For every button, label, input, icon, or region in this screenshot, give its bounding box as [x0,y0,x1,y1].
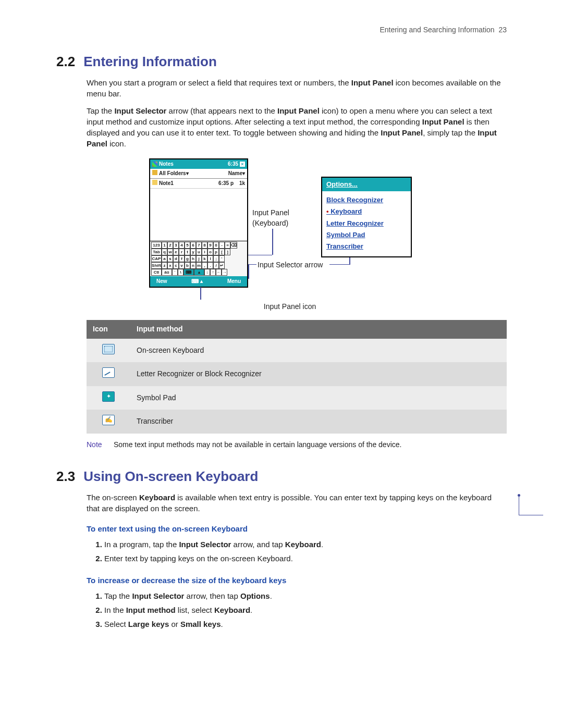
section-2-2-heading: 2.2 Entering Information [56,52,507,71]
key: n [190,262,196,269]
close-icon: × [240,162,245,167]
key: / [213,262,219,269]
table-row: Letter Recognizer or Block Recognizer [87,362,507,386]
input-panel-icon-bar: ⌨ ▴ [191,278,203,285]
key: 123 [151,242,162,249]
step: Tap the Input Selector arrow, then tap O… [104,589,507,603]
note-icon [152,180,157,185]
softkey-menu: Menu [227,278,241,285]
method-label: On-screen Keyboard [130,339,507,363]
callout-input-panel-keyboard: Input Panel (Keyboard) [252,208,289,228]
key: ↑ [210,269,216,276]
key: 7 [196,242,202,249]
key: b [185,262,190,269]
key: ⌨ [183,269,194,276]
menu-item: Keyboard [326,206,407,217]
key: w [167,249,173,255]
key: 8 [202,242,207,249]
key: 3 [173,242,179,249]
subhead-enter-text: To enter text using the on-screen Keyboa… [87,523,507,534]
key: , [202,262,207,269]
menu-item: Block Recognizer [326,194,407,206]
steps-enter-text: In a program, tap the Input Selector arr… [104,537,507,565]
s22-paragraph-2: Tap the Input Selector arrow (that appea… [87,105,507,149]
menu-options: Options... [322,178,411,191]
key: l [207,255,213,262]
menu-item: Letter Recognizer [326,218,407,229]
key: Tab [151,249,162,255]
key: 0 [213,242,219,249]
section-2-2-title: Entering Information [83,52,217,71]
method-label: Transcriber [130,410,507,434]
key: 4 [179,242,185,249]
sym-icon [102,391,115,402]
key: k [202,255,207,262]
key: a [162,255,167,262]
key: s [167,255,173,262]
device-screenshot: Notes 6:35 × All Folders ▾Name ▾ Note16:… [149,158,248,288]
table-row: Transcriber [87,410,507,434]
pen-icon [102,367,115,378]
key: g [185,255,190,262]
step: Select Large keys or Small keys. [104,617,507,631]
section-2-3-heading: 2.3 Using On-screen Keyboard [56,467,507,486]
menu-item: Transcriber [326,241,407,252]
tr-icon [102,415,115,425]
page-number: 23 [498,26,507,34]
key: j [196,255,202,262]
key: v [179,262,185,269]
onscreen-keyboard: 1231234567890-=⌫Tabqwertyuiop[]CAPasdfgh… [150,241,247,276]
running-header: Entering and Searching Information 23 [56,25,507,35]
key: y [190,249,196,255]
key: 5 [185,242,190,249]
speaker-icon [222,162,226,166]
key: e [173,249,179,255]
key: ▴ [194,269,204,276]
key: ' [219,255,225,262]
method-label: Symbol Pad [130,386,507,410]
softkey-bar: New ⌨ ▴ Menu [150,276,247,287]
folder-bar: All Folders ▾Name ▾ [150,169,247,179]
key: → [222,269,227,276]
key: [ [219,249,225,255]
key: z [162,262,167,269]
key: ↵ [219,262,225,269]
key: CAP [151,255,162,262]
key: o [207,249,213,255]
step: In the Input method list, select Keyboar… [104,603,507,617]
key: 1 [162,242,167,249]
note-row: Note16:35 p1k [150,179,247,189]
note-row: Note Some text input methods may not be … [87,440,507,450]
section-2-2-number: 2.2 [56,52,75,71]
key: h [190,255,196,262]
table-header-method: Input method [130,320,507,339]
key: x [167,262,173,269]
key: \ [178,269,183,276]
key: . [207,262,213,269]
folder-icon [152,170,157,175]
input-method-table: Icon Input method On-screen KeyboardLett… [87,320,507,434]
key: ` [172,269,178,276]
key: r [179,249,185,255]
clock: 6:35 [228,161,238,168]
section-2-3-title: Using On-screen Keyboard [83,467,258,486]
key: u [196,249,202,255]
table-row: On-screen Keyboard [87,339,507,363]
step: In a program, tap the Input Selector arr… [104,537,507,551]
callout-input-selector-arrow: Input Selector arrow [258,260,323,270]
table-row: Symbol Pad [87,386,507,410]
s22-paragraph-1: When you start a program or select a fie… [87,77,507,99]
callout-input-panel-icon: Input Panel icon [222,302,358,312]
key: ↓ [204,269,210,276]
step: Enter text by tapping keys on the on-scr… [104,551,507,565]
key: ⌫ [230,242,237,249]
method-label: Letter Recognizer or Block Recognizer [130,362,507,386]
key: 6 [190,242,196,249]
note-label: Note [87,440,112,450]
key: d [173,255,179,262]
key: ; [213,255,219,262]
menu-item: Symbol Pad [326,229,407,241]
s23-paragraph: The on-screen Keyboard is available when… [87,492,507,514]
running-header-text: Entering and Searching Information [380,26,494,34]
key: t [185,249,190,255]
